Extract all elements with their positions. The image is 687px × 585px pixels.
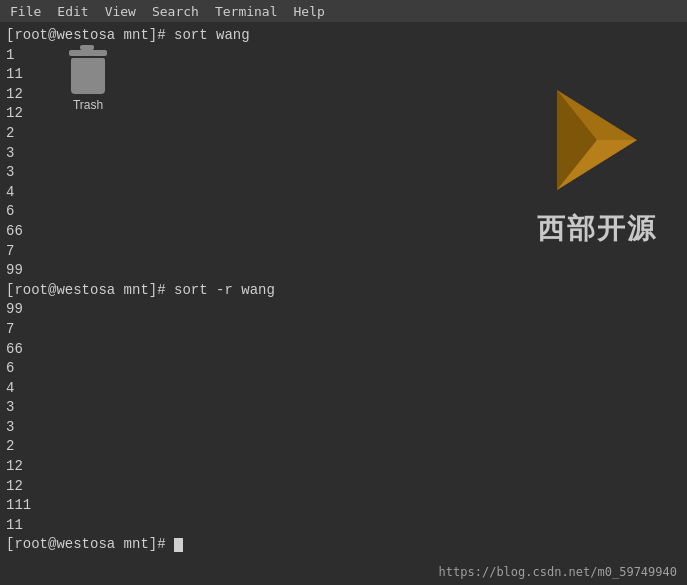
footer-link: https://blog.csdn.net/m0_59749940: [439, 565, 677, 579]
trash-icon: Trash: [70, 50, 106, 112]
terminal-line: 12: [6, 477, 681, 497]
terminal-line: 3: [6, 418, 681, 438]
terminal-line: 11: [6, 516, 681, 536]
menubar: File Edit View Search Terminal Help: [0, 0, 687, 22]
menu-view[interactable]: View: [99, 2, 142, 21]
trash-body: [71, 58, 105, 94]
terminal-line: [root@westosa mnt]# sort -r wang: [6, 281, 681, 301]
terminal-line: 4: [6, 379, 681, 399]
terminal-line: 12: [6, 457, 681, 477]
menu-help[interactable]: Help: [288, 2, 331, 21]
terminal-line: 66: [6, 340, 681, 360]
terminal-line: 1: [6, 46, 681, 66]
trash-label: Trash: [73, 98, 103, 112]
terminal-line: [root@westosa mnt]#: [6, 535, 681, 555]
logo-svg: [537, 80, 657, 200]
trash-lid: [69, 50, 107, 56]
terminal-line: 2: [6, 437, 681, 457]
terminal-cursor: [174, 538, 183, 552]
logo-overlay: 西部开源: [537, 80, 657, 248]
terminal-line: 99: [6, 300, 681, 320]
terminal-line: 3: [6, 398, 681, 418]
menu-edit[interactable]: Edit: [51, 2, 94, 21]
menu-file[interactable]: File: [4, 2, 47, 21]
trash-can-graphic: [70, 50, 106, 94]
terminal-line: 6: [6, 359, 681, 379]
menu-search[interactable]: Search: [146, 2, 205, 21]
menu-terminal[interactable]: Terminal: [209, 2, 284, 21]
terminal-line: 7: [6, 320, 681, 340]
terminal-line: 111: [6, 496, 681, 516]
terminal-line: 99: [6, 261, 681, 281]
logo-text: 西部开源: [537, 210, 657, 248]
terminal-line: [root@westosa mnt]# sort wang: [6, 26, 681, 46]
